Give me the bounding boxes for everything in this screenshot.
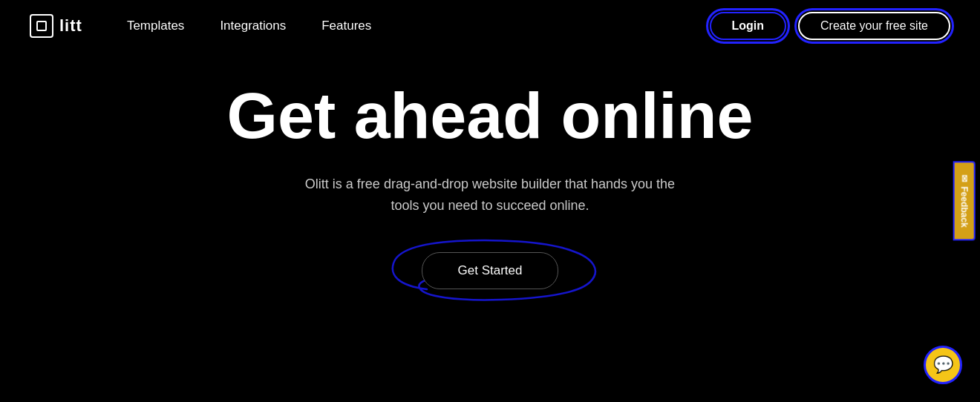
- chat-icon: 💬: [933, 355, 953, 375]
- logo-icon: [30, 14, 53, 38]
- nav-link-templates[interactable]: Templates: [127, 19, 184, 33]
- hero-section: Get ahead online Olitt is a free drag-an…: [0, 52, 980, 289]
- nav-links: Templates Integrations Features: [127, 19, 710, 33]
- hero-title: Get ahead online: [226, 82, 753, 150]
- nav-item-features[interactable]: Features: [321, 19, 371, 33]
- nav-item-integrations[interactable]: Integrations: [220, 19, 286, 33]
- feedback-tab[interactable]: ✉ Feedback: [953, 161, 975, 240]
- get-started-button[interactable]: Get Started: [422, 252, 559, 289]
- create-site-button[interactable]: Create your free site: [798, 12, 950, 40]
- feedback-icon: ✉: [958, 174, 969, 182]
- navbar: litt Templates Integrations Features Log…: [0, 0, 980, 52]
- nav-item-templates[interactable]: Templates: [127, 19, 184, 33]
- nav-actions: Login Create your free site: [710, 12, 951, 40]
- logo-icon-inner: [36, 21, 47, 31]
- cta-wrapper: Get Started: [422, 252, 559, 289]
- logo[interactable]: litt: [30, 14, 82, 38]
- logo-text: litt: [59, 16, 82, 36]
- login-button[interactable]: Login: [710, 12, 787, 40]
- nav-link-integrations[interactable]: Integrations: [220, 19, 286, 33]
- feedback-label: Feedback: [958, 186, 969, 227]
- nav-link-features[interactable]: Features: [321, 19, 371, 33]
- hero-subtitle: Olitt is a free drag-and-drop website bu…: [297, 174, 683, 217]
- chat-button[interactable]: 💬: [924, 346, 962, 384]
